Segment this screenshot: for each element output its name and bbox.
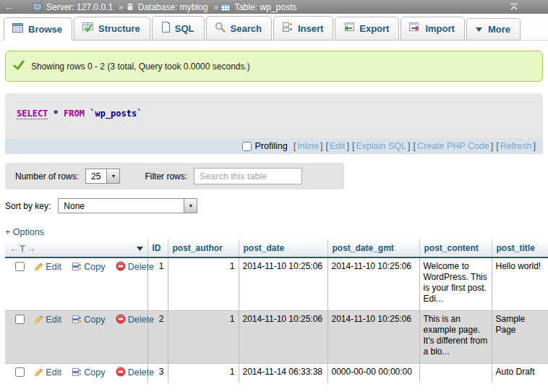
edit-link[interactable]: Edit [34,315,61,325]
bracket: ] [408,141,410,151]
sort-by-key-select[interactable]: None ▼ [58,198,197,213]
import-icon [409,22,420,35]
sql-select-keyword: SELECT [17,108,48,119]
sort-by-key-label: Sort by key: [5,201,51,211]
results-table: ←T→ ID post_author post_date post_date_g… [5,239,548,383]
tab-export-label: Export [359,23,389,34]
options-link[interactable]: + Options [5,227,548,237]
breadcrumb-table[interactable]: Table: wp_posts [221,2,296,12]
tab-sql-label: SQL [175,23,194,34]
tab-sql[interactable]: SQL [152,16,205,41]
sql-star: * [53,108,59,119]
number-of-rows-label: Number of rows: [15,171,79,182]
column-move-icon[interactable]: ←T→ [9,243,36,254]
header-post-date[interactable]: post_date [239,239,327,257]
cell-post-date: 2014-11-14 06:33:38 [239,363,327,383]
tab-import[interactable]: Import [401,17,464,41]
cell-post-author: 1 [168,257,239,310]
structure-icon [82,22,93,35]
search-icon [215,22,226,35]
bracket: [ [294,141,296,151]
sql-icon [160,22,170,35]
bracket: [ [325,141,327,151]
back-arrow-icon[interactable]: ← [4,2,14,12]
sort-by-key-value: None [59,199,184,213]
success-check-icon [13,60,25,72]
table-row: Edit Copy Delete 3 1 2014-11-14 06:33:38… [5,363,548,383]
tab-structure[interactable]: Structure [74,17,150,41]
edit-link[interactable]: Edit [34,262,61,272]
cell-post-date-gmt: 2014-11-10 10:25:06 [327,257,419,310]
breadcrumb-database[interactable]: Database: myblog [126,2,208,12]
explain-sql-link[interactable]: Explain SQL [356,141,406,151]
copy-link[interactable]: Copy [72,262,105,272]
bracket: [ [413,141,415,151]
number-of-rows-select[interactable]: 25 ▼ [85,169,120,184]
filter-rows-input[interactable] [194,168,302,184]
header-id[interactable]: ID [147,239,168,257]
copy-link[interactable]: Copy [72,367,105,378]
row-actions: Edit Copy Delete [5,310,147,363]
status-message-text: Showing rows 0 - 2 (3 total, Query took … [31,61,250,72]
tab-more[interactable]: More [466,18,521,41]
sql-actions-bar: Profiling [Inline] [Edit] [Explain SQL] … [5,138,543,154]
bracket: ] [320,141,322,151]
header-post-content[interactable]: post_content [419,239,492,257]
header-post-title[interactable]: post_title [492,239,548,257]
status-message: Showing rows 0 - 2 (3 total, Query took … [5,51,543,82]
delete-link[interactable]: Delete [116,262,154,272]
number-of-rows-value: 25 [86,169,106,183]
tab-insert-label: Insert [298,23,323,34]
cell-post-date-gmt: 2014-11-10 10:25:06 [327,310,419,363]
cell-post-content: This is an example page. It's different … [419,310,492,363]
pencil-icon [34,315,43,327]
cell-post-title: Auto Draft [492,363,548,383]
refresh-link[interactable]: Refresh [500,141,532,151]
tab-search[interactable]: Search [206,16,272,41]
table-body: Edit Copy Delete 1 1 2014-11-10 10:25:06… [5,257,548,383]
edit-query-link[interactable]: Edit [330,141,346,151]
collapse-panel-icon[interactable] [509,3,519,13]
tab-browse[interactable]: Browse [4,17,72,41]
bracket: [ [352,141,354,151]
sql-query-box: SELECT * FROM `wp_posts` Profiling [Inli… [5,93,543,154]
header-post-date-gmt[interactable]: post_date_gmt [327,239,419,257]
tab-search-label: Search [231,23,262,34]
database-icon [126,2,134,12]
edit-link[interactable]: Edit [34,367,61,378]
sql-table-identifier: `wp_posts` [90,108,142,119]
pencil-icon [34,262,43,274]
row-checkbox[interactable] [15,262,25,271]
breadcrumb-table-label: Table: wp_posts [234,2,296,12]
pencil-icon [34,367,43,380]
profiling-checkbox[interactable] [242,142,252,151]
table-header-row: ←T→ ID post_author post_date post_date_g… [5,239,548,257]
header-actions: ←T→ [5,239,147,257]
breadcrumb-server[interactable]: Server: 127.0.0.1 [33,2,113,12]
bracket: ] [347,141,349,151]
inline-link[interactable]: Inline [297,141,319,151]
tab-more-label: More [488,24,510,35]
server-icon [33,3,43,12]
tab-export[interactable]: Export [335,17,399,41]
chevron-down-icon: ▼ [184,199,197,213]
delete-link[interactable]: Delete [116,315,154,325]
header-post-author[interactable]: post_author [168,239,239,257]
delete-link[interactable]: Delete [116,367,154,378]
table-row: Edit Copy Delete 2 1 2014-11-10 10:25:06… [5,310,548,363]
delete-icon [116,367,126,380]
rows-control-bar: Number of rows: 25 ▼ Filter rows: [5,163,344,189]
sort-menu-icon[interactable] [137,243,143,253]
copy-link[interactable]: Copy [72,315,105,325]
row-checkbox[interactable] [15,367,25,377]
browse-icon [12,23,23,35]
create-php-code-link[interactable]: Create PHP Code [417,141,489,151]
copy-icon [72,261,82,274]
cell-post-author: 1 [168,310,239,363]
row-actions: Edit Copy Delete [5,363,147,383]
tab-insert[interactable]: Insert [273,16,333,41]
export-icon [343,22,354,35]
row-checkbox[interactable] [15,315,25,324]
sql-query-text: SELECT * FROM `wp_posts` [5,93,543,138]
chevron-down-icon [475,25,483,35]
